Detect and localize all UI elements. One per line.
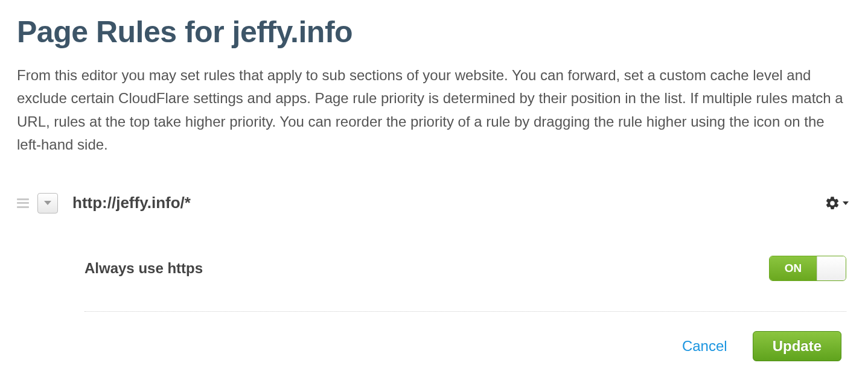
rule-header-row: http://jeffy.info/* [17, 193, 851, 213]
caret-down-icon [44, 201, 51, 205]
rule-settings-menu[interactable] [825, 195, 851, 211]
page-description: From this editor you may set rules that … [17, 64, 851, 157]
rule-url-pattern: http://jeffy.info/* [72, 194, 825, 212]
caret-down-icon [843, 201, 849, 205]
gear-icon [825, 195, 840, 211]
cancel-button[interactable]: Cancel [682, 338, 727, 355]
toggle-on-label: ON [770, 256, 817, 280]
setting-label: Always use https [85, 260, 203, 277]
setting-row-always-https: Always use https ON [85, 256, 846, 312]
page-title: Page Rules for jeffy.info [17, 14, 851, 49]
always-https-toggle[interactable]: ON [769, 256, 846, 281]
drag-handle-icon[interactable] [17, 198, 29, 208]
expand-rule-button[interactable] [37, 193, 58, 213]
toggle-knob [817, 256, 846, 280]
update-button[interactable]: Update [753, 331, 841, 361]
actions-row: Cancel Update [85, 331, 846, 361]
